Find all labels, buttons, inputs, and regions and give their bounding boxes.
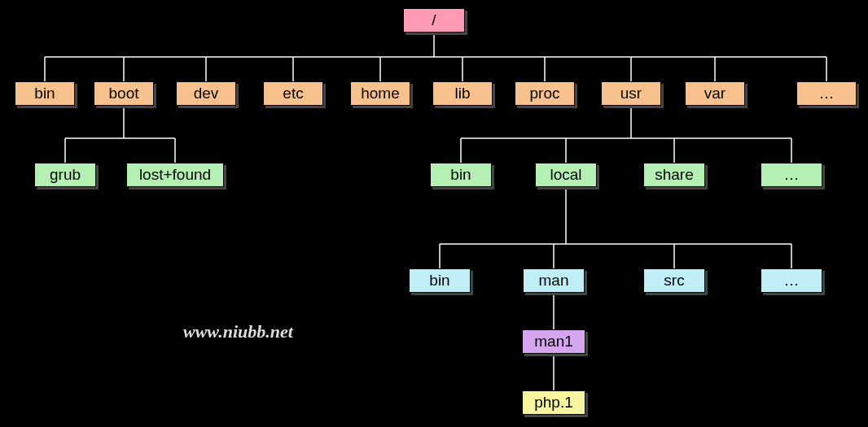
node-root: /	[403, 8, 465, 33]
node-lib: lib	[432, 81, 493, 106]
node-local-man: man	[523, 268, 585, 293]
node-proc: proc	[515, 81, 575, 106]
node-var: var	[685, 81, 745, 106]
node-grub: grub	[34, 163, 96, 187]
node-dev: dev	[176, 81, 236, 106]
node-bin: bin	[15, 81, 75, 106]
node-usr-local: local	[535, 163, 597, 187]
node-l1-more: …	[796, 81, 857, 106]
node-boot: boot	[94, 81, 154, 106]
node-etc: etc	[263, 81, 323, 106]
node-home: home	[350, 81, 410, 106]
node-php1: php.1	[522, 390, 585, 415]
node-usr: usr	[601, 81, 661, 106]
watermark: www.niubb.net	[183, 321, 293, 342]
node-usr-more: …	[761, 163, 822, 187]
connector-lines	[0, 0, 868, 427]
node-local-src: src	[643, 268, 705, 293]
node-usr-share: share	[643, 163, 705, 187]
node-local-more: …	[761, 268, 822, 293]
node-usr-bin: bin	[430, 163, 492, 187]
node-lostfound: lost+found	[126, 163, 224, 187]
node-man1: man1	[522, 329, 585, 354]
node-local-bin: bin	[409, 268, 471, 293]
